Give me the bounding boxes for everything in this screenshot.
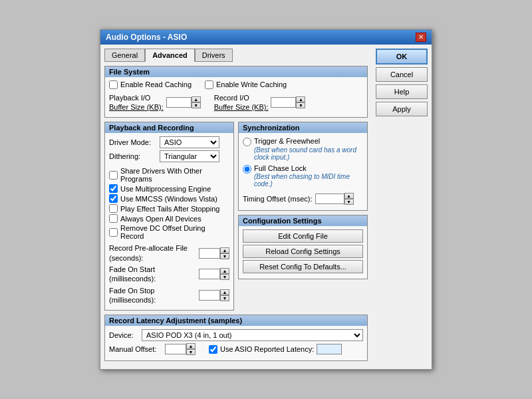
manual-offset-spinner: 0 ▲ ▼: [165, 343, 196, 355]
tab-advanced[interactable]: Advanced: [145, 49, 195, 62]
fade-on-stop-label: Fade On Stop (milliseconds):: [109, 286, 196, 305]
timing-offset-label: Timing Offset (msec):: [243, 195, 313, 203]
remove-dc-offset-checkbox[interactable]: [109, 228, 118, 237]
fade-on-stop-input[interactable]: 0: [199, 290, 220, 301]
always-open-checkbox[interactable]: [109, 214, 118, 223]
middle-sections: Playback and Recording Driver Mode: ASIO…: [104, 122, 368, 315]
enable-write-caching-row: Enable Write Caching: [205, 80, 287, 89]
right-col: Synchronization Trigger & Freewheel (Bes…: [238, 122, 368, 315]
fade-on-stop-up[interactable]: ▲: [220, 289, 229, 295]
tab-drivers[interactable]: Drivers: [195, 49, 233, 62]
playback-recording-body: Driver Mode: ASIO WDM MME Dithering:: [105, 133, 233, 310]
device-select[interactable]: ASIO POD X3 (4 in, 1 out): [142, 329, 363, 341]
fade-on-stop-row: Fade On Stop (milliseconds): 0 ▲ ▼: [109, 286, 229, 305]
record-latency-section: Record Latency Adjustment (samples) Devi…: [104, 315, 368, 361]
record-preallocate-btns: ▲ ▼: [220, 247, 229, 259]
fade-on-start-row: Fade On Start (milliseconds): 0 ▲ ▼: [109, 265, 229, 284]
use-asio-latency-label: Use ASIO Reported Latency:: [220, 345, 314, 353]
device-row: Device: ASIO POD X3 (4 in, 1 out): [109, 329, 363, 341]
dithering-row: Dithering: Triangular None Rectangular: [109, 150, 229, 162]
trigger-freewheel-label: Trigger & Freewheel: [254, 136, 363, 146]
cancel-button[interactable]: Cancel: [376, 67, 428, 82]
multiprocessing-row: Use Multiprocessing Engine: [109, 184, 229, 193]
playback-io-spinner-btns: ▲ ▼: [192, 96, 201, 108]
record-io-up[interactable]: ▲: [296, 96, 305, 102]
record-preallocate-down[interactable]: ▼: [220, 253, 229, 259]
fade-on-stop-down[interactable]: ▼: [220, 295, 229, 301]
driver-mode-select[interactable]: ASIO WDM MME: [160, 136, 219, 148]
dialog-title: Audio Options - ASIO: [106, 33, 187, 42]
file-system-body: Enable Read Caching Enable Write Caching…: [105, 77, 367, 118]
fade-on-start-up[interactable]: ▲: [220, 268, 229, 274]
apply-button[interactable]: Apply: [376, 102, 428, 116]
synchronization-title: Synchronization: [239, 122, 367, 133]
playback-io-spinner: 256 ▲ ▼: [166, 96, 201, 108]
enable-write-caching-checkbox[interactable]: [205, 80, 213, 89]
synchronization-body: Trigger & Freewheel (Best when sound car…: [239, 133, 367, 210]
record-preallocate-input[interactable]: 0: [199, 248, 220, 259]
reset-config-button[interactable]: Reset Config To Defaults...: [243, 260, 363, 273]
enable-read-caching-checkbox[interactable]: [109, 80, 118, 89]
fade-on-start-down[interactable]: ▼: [220, 274, 229, 280]
edit-config-button[interactable]: Edit Config File: [243, 229, 363, 243]
close-button[interactable]: ✕: [416, 33, 426, 42]
manual-offset-input[interactable]: 0: [165, 344, 186, 354]
share-drivers-row: Share Drivers With Other Programs: [109, 167, 229, 183]
timing-offset-input[interactable]: 0.000: [315, 194, 344, 204]
main-dialog: Audio Options - ASIO ✕ General Advanced …: [100, 29, 432, 370]
mmcss-checkbox[interactable]: [109, 194, 118, 203]
fade-on-stop-spinner: 0 ▲ ▼: [199, 289, 229, 301]
full-chase-lock-radio[interactable]: [243, 165, 251, 174]
driver-mode-label: Driver Mode:: [109, 138, 157, 146]
manual-offset-up[interactable]: ▲: [186, 343, 196, 349]
playback-recording-col: Playback and Recording Driver Mode: ASIO…: [104, 122, 234, 315]
enable-read-caching-row: Enable Read Caching: [109, 80, 192, 89]
timing-offset-down[interactable]: ▼: [344, 199, 354, 205]
share-drivers-checkbox[interactable]: [109, 171, 118, 180]
file-system-title: File System: [105, 66, 367, 77]
trigger-freewheel-radio[interactable]: [243, 138, 251, 146]
config-settings-body: Edit Config File Reload Config Settings …: [239, 226, 367, 279]
dithering-label: Dithering:: [109, 152, 157, 160]
playback-io-row: Playback I/O Buffer Size (KB): 256 ▲ ▼: [109, 93, 201, 112]
timing-offset-up[interactable]: ▲: [344, 193, 354, 199]
manual-offset-btns: ▲ ▼: [186, 343, 196, 355]
record-latency-title: Record Latency Adjustment (samples): [105, 315, 367, 326]
use-asio-latency-checkbox[interactable]: [209, 345, 217, 354]
help-button[interactable]: Help: [376, 84, 428, 99]
mmcss-label: Use MMCSS (Windows Vista): [120, 195, 217, 203]
effect-tails-checkbox[interactable]: [109, 204, 118, 213]
timing-offset-btns: ▲ ▼: [344, 193, 354, 205]
tab-general[interactable]: General: [104, 49, 145, 62]
record-preallocate-spinner: 0 ▲ ▼: [199, 247, 229, 259]
manual-offset-down[interactable]: ▼: [186, 349, 196, 355]
always-open-label: Always Open All Devices: [120, 215, 201, 223]
manual-offset-label: Manual Offset:: [109, 345, 162, 353]
right-panel: OK Cancel Help Apply: [372, 45, 432, 369]
config-settings-section: Configuration Settings Edit Config File …: [238, 215, 368, 279]
synchronization-section: Synchronization Trigger & Freewheel (Bes…: [238, 122, 368, 211]
asio-latency-input[interactable]: 903: [317, 344, 342, 354]
enable-write-caching-label: Enable Write Caching: [216, 80, 287, 88]
fade-on-start-input[interactable]: 0: [199, 269, 220, 279]
record-io-input[interactable]: 256: [271, 97, 296, 108]
ok-button[interactable]: OK: [376, 49, 428, 65]
record-io-spinner: 256 ▲ ▼: [271, 96, 305, 108]
record-preallocate-label: Record Pre-allocate File (seconds):: [109, 243, 196, 263]
playback-io-input[interactable]: 256: [166, 97, 192, 108]
config-settings-title: Configuration Settings: [239, 215, 367, 226]
full-chase-lock-sub: (Best when chasing to MIDI time code.): [254, 173, 363, 188]
record-preallocate-row: Record Pre-allocate File (seconds): 0 ▲ …: [109, 243, 229, 263]
left-panel: General Advanced Drivers File System Ena…: [100, 45, 372, 369]
reload-config-button[interactable]: Reload Config Settings: [243, 245, 363, 258]
playback-io-down[interactable]: ▼: [192, 102, 201, 108]
dithering-select[interactable]: Triangular None Rectangular: [160, 150, 219, 162]
record-io-spinner-btns: ▲ ▼: [296, 96, 305, 108]
playback-io-up[interactable]: ▲: [192, 96, 201, 102]
remove-dc-offset-row: Remove DC Offset During Record: [109, 224, 229, 240]
fade-on-start-btns: ▲ ▼: [220, 268, 229, 280]
always-open-row: Always Open All Devices: [109, 214, 229, 223]
record-io-down[interactable]: ▼: [296, 102, 305, 108]
multiprocessing-checkbox[interactable]: [109, 184, 118, 193]
record-preallocate-up[interactable]: ▲: [220, 247, 229, 253]
